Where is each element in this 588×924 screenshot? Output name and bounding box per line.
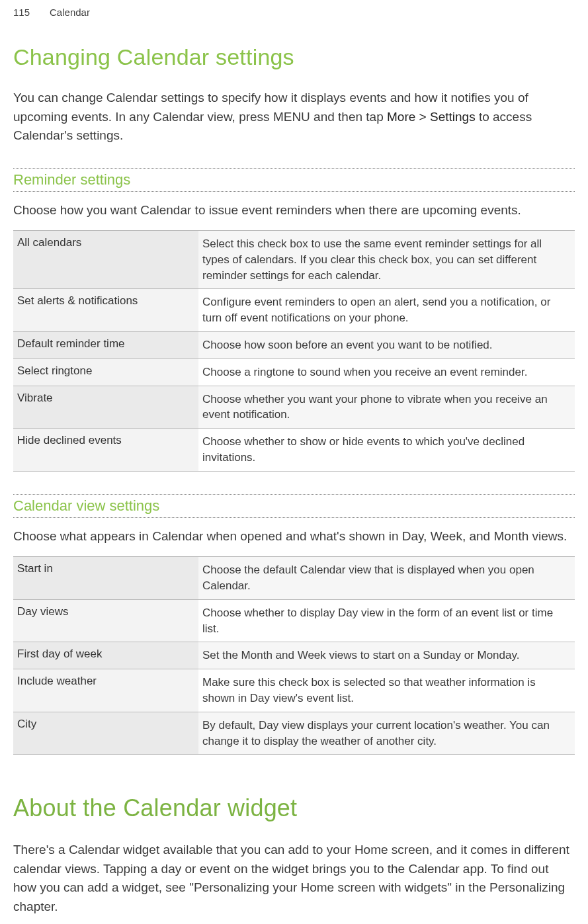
setting-label: First day of week	[13, 642, 198, 669]
setting-label: Day views	[13, 599, 198, 642]
table-row: Default reminder time Choose how soon be…	[13, 331, 575, 358]
table-row: Vibrate Choose whether you want your pho…	[13, 386, 575, 429]
setting-label: Start in	[13, 557, 198, 600]
table-row: Hide declined events Choose whether to s…	[13, 429, 575, 472]
table-row: Include weather Make sure this check box…	[13, 669, 575, 712]
setting-label: Hide declined events	[13, 429, 198, 472]
reminder-settings-table: All calendars Select this check box to u…	[13, 230, 575, 472]
page-number: 115	[13, 7, 30, 18]
reminder-paragraph: Choose how you want Calendar to issue ev…	[13, 201, 575, 220]
setting-label: Select ringtone	[13, 358, 198, 386]
page-title: Changing Calendar settings	[13, 44, 575, 70]
table-row: Start in Choose the default Calendar vie…	[13, 557, 575, 600]
setting-desc: Configure event reminders to open an ale…	[198, 289, 575, 332]
section-heading-view: Calendar view settings	[13, 494, 575, 518]
setting-desc: By default, Day view displays your curre…	[198, 712, 575, 755]
setting-label: Vibrate	[13, 386, 198, 429]
setting-desc: Choose whether you want your phone to vi…	[198, 386, 575, 429]
about-paragraph: There's a Calendar widget available that…	[13, 841, 575, 916]
table-row: First day of week Set the Month and Week…	[13, 642, 575, 669]
setting-label: Set alerts & notifications	[13, 289, 198, 332]
setting-desc: Choose how soon before an event you want…	[198, 331, 575, 358]
menu-path: More > Settings	[387, 110, 476, 124]
setting-label: Include weather	[13, 669, 198, 712]
table-row: Day views Choose whether to display Day …	[13, 599, 575, 642]
section-heading-reminder: Reminder settings	[13, 168, 575, 192]
table-row: All calendars Select this check box to u…	[13, 231, 575, 289]
setting-label: All calendars	[13, 231, 198, 289]
view-heading-text: Calendar view settings	[13, 497, 165, 514]
view-paragraph: Choose what appears in Calendar when ope…	[13, 527, 575, 546]
table-row: Set alerts & notifications Configure eve…	[13, 289, 575, 332]
table-row: Select ringtone Choose a ringtone to sou…	[13, 358, 575, 386]
intro-paragraph: You can change Calendar settings to spec…	[13, 89, 575, 146]
reminder-heading-text: Reminder settings	[13, 171, 136, 188]
setting-desc: Make sure this check box is selected so …	[198, 669, 575, 712]
setting-desc: Select this check box to use the same ev…	[198, 231, 575, 289]
chapter-name: Calendar	[50, 7, 90, 18]
table-row: City By default, Day view displays your …	[13, 712, 575, 755]
setting-desc: Choose a ringtone to sound when you rece…	[198, 358, 575, 386]
page-header: 115 Calendar	[13, 7, 575, 18]
setting-desc: Set the Month and Week views to start on…	[198, 642, 575, 669]
setting-desc: Choose the default Calendar view that is…	[198, 557, 575, 600]
setting-label: City	[13, 712, 198, 755]
view-settings-table: Start in Choose the default Calendar vie…	[13, 556, 575, 755]
setting-label: Default reminder time	[13, 331, 198, 358]
setting-desc: Choose whether to display Day view in th…	[198, 599, 575, 642]
about-heading: About the Calendar widget	[13, 794, 575, 822]
setting-desc: Choose whether to show or hide events to…	[198, 429, 575, 472]
